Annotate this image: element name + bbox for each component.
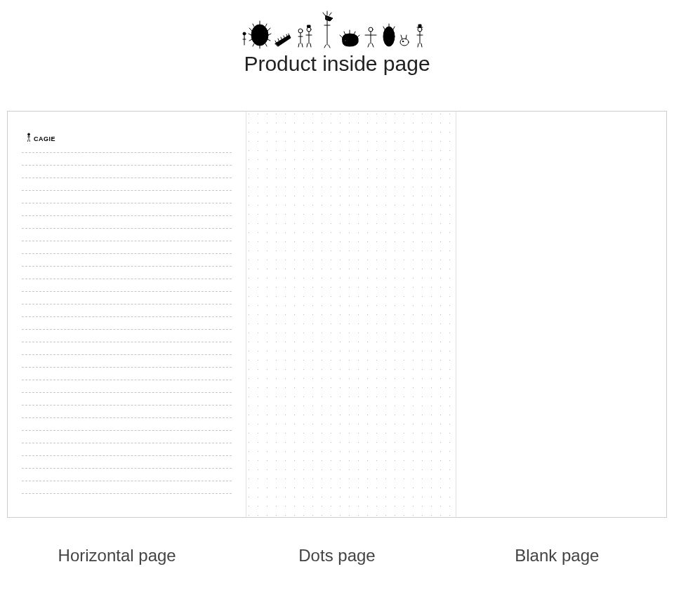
ruled-line: [22, 215, 232, 216]
svg-point-2: [298, 29, 303, 33]
ruled-line: [22, 241, 232, 241]
label-blank: Blank page: [447, 546, 667, 565]
ruled-line: [22, 443, 232, 443]
ruled-line: [22, 455, 232, 456]
brand-figure-icon: [26, 133, 32, 142]
ruled-line: [22, 304, 232, 304]
ruled-line: [22, 493, 232, 494]
ruled-line: [22, 481, 232, 481]
page-preview-blank: [456, 112, 666, 517]
ruled-line: [22, 178, 232, 178]
svg-point-5: [345, 40, 346, 41]
svg-point-11: [28, 133, 30, 135]
svg-point-9: [402, 41, 404, 42]
ruled-line: [22, 430, 232, 431]
page-preview-dots: [246, 112, 456, 517]
pages-preview-container: CAGIE: [7, 111, 667, 518]
svg-point-0: [243, 32, 246, 35]
ruled-line: [22, 291, 232, 292]
ruled-line: [22, 405, 232, 406]
ruled-line: [22, 203, 232, 203]
label-horizontal: Horizontal page: [7, 546, 227, 565]
svg-point-4: [326, 18, 328, 19]
ruled-line: [22, 392, 232, 393]
page-title: Product inside page: [0, 52, 674, 76]
svg-point-6: [369, 27, 373, 32]
ruled-line: [22, 417, 232, 418]
ruled-line: [22, 329, 232, 330]
ruled-line: [22, 152, 232, 153]
svg-point-1: [251, 25, 268, 46]
brand-name: CAGIE: [34, 135, 55, 142]
svg-point-3: [307, 27, 311, 32]
ruled-line: [22, 190, 232, 191]
ruled-line: [22, 253, 232, 254]
ruled-line: [22, 380, 232, 380]
ruled-line: [22, 228, 232, 229]
ruled-line: [22, 279, 232, 279]
ruled-line: [22, 165, 232, 166]
ruled-line: [22, 354, 232, 355]
svg-point-8: [400, 39, 409, 46]
ruled-line: [22, 468, 232, 469]
brand-mark: CAGIE: [26, 133, 232, 142]
page-preview-horizontal: CAGIE: [8, 112, 246, 517]
ruled-line: [22, 342, 232, 342]
labels-row: Horizontal page Dots page Blank page: [7, 546, 667, 565]
ruled-line: [22, 367, 232, 368]
doodle-illustration: [0, 7, 674, 49]
header-section: Product inside page: [0, 0, 674, 76]
svg-point-10: [418, 27, 422, 32]
label-dots: Dots page: [227, 546, 447, 565]
ruled-line: [22, 316, 232, 317]
ruled-line: [22, 266, 232, 267]
